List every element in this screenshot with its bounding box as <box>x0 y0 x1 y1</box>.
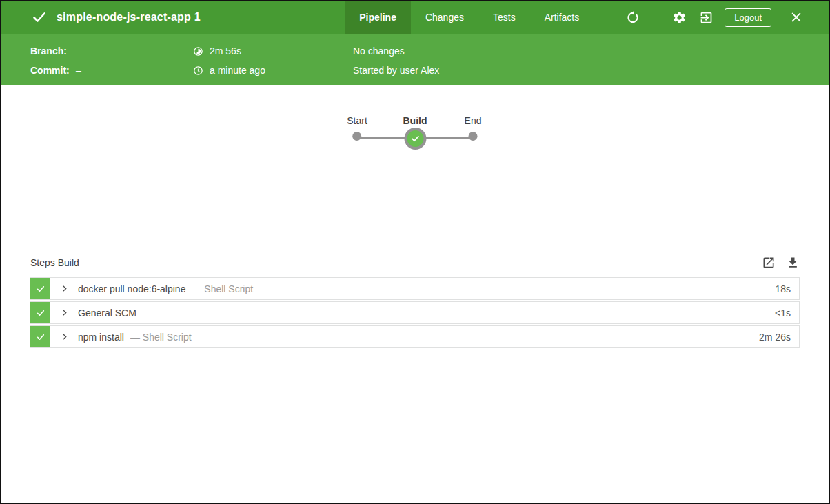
download-icon <box>786 256 800 270</box>
node-label: Start <box>347 116 367 125</box>
run-tabs: PipelineChangesTestsArtifacts <box>345 1 594 34</box>
step-list: docker pull node:6-alpine — Shell Script… <box>30 277 800 348</box>
chevron-right-icon <box>61 309 68 316</box>
timing-column: 2m 56s a minute ago <box>193 41 353 85</box>
clock-icon <box>193 65 203 76</box>
step-duration: 18s <box>775 283 791 294</box>
cause-column: No changes Started by user Alex <box>353 41 439 85</box>
branch-label: Branch: <box>30 46 72 57</box>
node-label: End <box>465 116 482 125</box>
pipeline-graph: Start Build End <box>339 116 491 154</box>
changes-text: No changes <box>353 46 405 57</box>
branch-commit-column: Branch: – Commit: – <box>30 41 193 85</box>
run-header: simple-node-js-react-app 1 PipelineChang… <box>1 1 829 34</box>
logout-button[interactable]: Logout <box>725 8 771 27</box>
step-success-icon <box>30 326 50 347</box>
run-time-ago: a minute ago <box>210 65 265 76</box>
commit-label: Commit: <box>30 65 72 76</box>
steps-header: Steps Build <box>30 256 800 270</box>
go-to-classic-button[interactable] <box>699 10 713 25</box>
header-actions: Logout <box>603 1 829 34</box>
run-info-bar: Branch: – Commit: – 2m 56s a minute ago … <box>1 34 829 85</box>
exit-to-app-icon <box>699 10 713 25</box>
chevron-right-icon <box>61 285 68 292</box>
external-link-icon <box>762 256 776 270</box>
step-success-icon <box>30 302 50 323</box>
steps-title: Steps Build <box>30 257 79 268</box>
step-type: — Shell Script <box>130 332 192 343</box>
step-row[interactable]: npm install — Shell Script 2m 26s <box>30 325 800 348</box>
step-name: General SCM <box>78 308 136 319</box>
step-name: npm install <box>78 332 124 343</box>
run-title-wrap: simple-node-js-react-app 1 <box>1 1 201 34</box>
step-row[interactable]: docker pull node:6-alpine — Shell Script… <box>30 277 800 300</box>
build-node-success-icon[interactable] <box>404 128 426 150</box>
rerun-button[interactable] <box>625 10 640 25</box>
run-title: simple-node-js-react-app 1 <box>57 11 201 23</box>
duration-icon <box>193 46 203 57</box>
download-logs-button[interactable] <box>786 256 800 270</box>
branch-value: – <box>76 46 81 57</box>
node-label: Build <box>403 116 427 125</box>
chevron-right-icon <box>61 333 68 341</box>
pipeline-node-end: End <box>465 116 482 141</box>
started-by-text: Started by user Alex <box>353 65 439 76</box>
settings-button[interactable] <box>672 10 687 25</box>
rerun-icon <box>625 10 640 25</box>
run-duration: 2m 56s <box>210 46 241 57</box>
gear-icon <box>672 10 687 25</box>
close-button[interactable] <box>789 10 803 24</box>
pipeline-node-start: Start <box>347 116 367 141</box>
pipeline-node-build[interactable]: Build <box>403 116 427 150</box>
step-row[interactable]: General SCM <1s <box>30 301 800 324</box>
start-node-dot <box>352 132 361 141</box>
tab-pipeline[interactable]: Pipeline <box>345 1 411 34</box>
step-duration: 2m 26s <box>759 332 791 343</box>
open-logs-new-window-button[interactable] <box>762 256 776 270</box>
step-duration: <1s <box>775 308 791 319</box>
step-success-icon <box>30 278 50 299</box>
tab-artifacts[interactable]: Artifacts <box>530 1 594 34</box>
commit-value: – <box>76 65 81 76</box>
steps-actions <box>751 256 800 270</box>
run-success-check-icon <box>31 9 48 26</box>
end-node-dot <box>468 132 477 141</box>
tab-tests[interactable]: Tests <box>478 1 530 34</box>
close-icon <box>789 10 803 24</box>
step-name: docker pull node:6-alpine <box>78 283 185 294</box>
step-type: — Shell Script <box>192 283 253 294</box>
tab-changes[interactable]: Changes <box>411 1 478 34</box>
run-detail-content: Start Build End Steps Build <box>1 116 829 348</box>
steps-section: Steps Build docker pull node:6-a <box>30 256 800 348</box>
